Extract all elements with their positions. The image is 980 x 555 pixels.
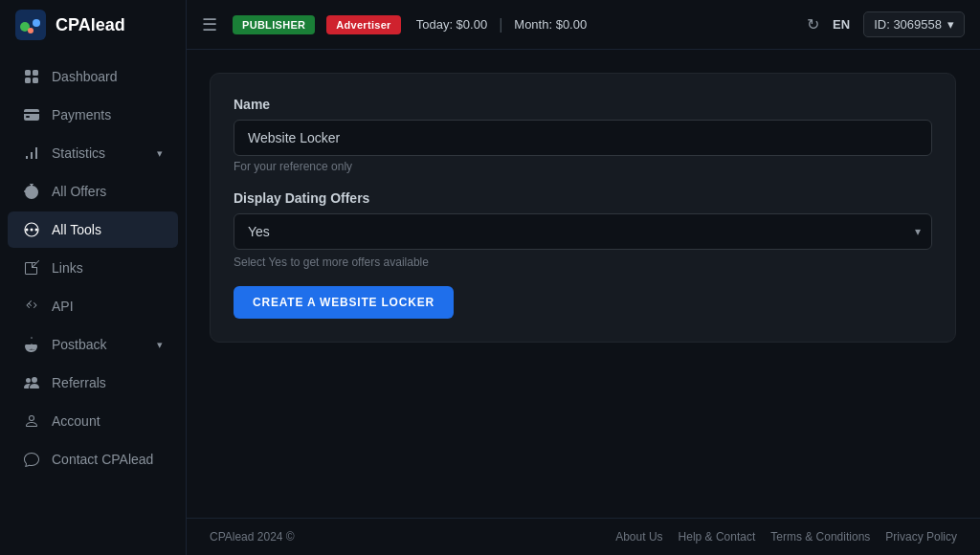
footer-links: About Us Help & Contact Terms & Conditio… [615, 530, 957, 544]
dating-section: Display Dating Offers Yes No ▾ Select Ye… [234, 190, 932, 269]
svg-point-3 [28, 28, 33, 33]
sidebar-item-api-label: API [52, 299, 74, 314]
sidebar-item-payments-label: Payments [52, 107, 111, 122]
hamburger-icon[interactable]: ☰ [202, 14, 217, 35]
sidebar-item-referrals-label: Referrals [52, 375, 106, 390]
contact-icon [23, 451, 40, 468]
svg-rect-0 [15, 10, 46, 40]
app-name: CPAlead [56, 15, 125, 35]
footer-terms[interactable]: Terms & Conditions [770, 530, 870, 544]
sidebar-item-links-label: Links [52, 260, 83, 276]
sidebar-item-postback-label: Postback [52, 337, 107, 352]
website-locker-form: Name For your reference only Display Dat… [210, 73, 956, 343]
svg-point-2 [33, 19, 40, 27]
advertiser-badge[interactable]: Advertiser [326, 15, 400, 34]
dating-label: Display Dating Offers [234, 190, 932, 206]
user-id-label: ID: 3069558 [874, 17, 942, 32]
main-content: ☰ PUBLISHER Advertiser Today: $0.00 | Mo… [187, 0, 980, 555]
page-content: Name For your reference only Display Dat… [187, 50, 980, 518]
sidebar-item-dashboard-label: Dashboard [52, 69, 118, 84]
sidebar-item-all-offers[interactable]: All Offers [8, 173, 178, 210]
sidebar-item-postback[interactable]: Postback ▾ [8, 326, 178, 363]
month-stat: Month: $0.00 [514, 17, 587, 32]
links-icon [23, 259, 40, 277]
user-id-button[interactable]: ID: 3069558 ▾ [863, 11, 965, 37]
user-id-chevron-icon: ▾ [947, 17, 954, 32]
footer-about[interactable]: About Us [615, 530, 662, 544]
referrals-icon [23, 374, 40, 391]
logo[interactable]: CPAlead [0, 0, 186, 50]
sidebar-item-dashboard[interactable]: Dashboard [8, 58, 178, 95]
sidebar-item-all-tools-label: All Tools [52, 222, 101, 237]
sidebar-item-contact-label: Contact CPAlead [52, 452, 153, 467]
statistics-icon [23, 144, 40, 162]
dating-select[interactable]: Yes No [234, 213, 932, 250]
sidebar-item-referrals[interactable]: Referrals [8, 365, 178, 401]
dashboard-icon [23, 68, 40, 85]
footer-copyright: CPAlead 2024 © [210, 530, 295, 544]
refresh-icon[interactable]: ↻ [807, 15, 819, 33]
sidebar-item-account[interactable]: Account [8, 403, 178, 439]
sidebar-item-statistics-label: Statistics [52, 145, 105, 161]
api-icon [23, 298, 40, 315]
name-hint: For your reference only [234, 160, 932, 173]
sidebar-item-statistics[interactable]: Statistics ▾ [8, 135, 178, 171]
payments-icon [23, 106, 40, 123]
postback-chevron-icon: ▾ [157, 339, 163, 351]
footer-privacy[interactable]: Privacy Policy [885, 530, 957, 544]
topbar-stats: Today: $0.00 | Month: $0.00 [416, 16, 588, 33]
sidebar: CPAlead Dashboard Payments [0, 0, 187, 555]
footer: CPAlead 2024 © About Us Help & Contact T… [187, 518, 980, 555]
footer-help[interactable]: Help & Contact [679, 530, 756, 544]
sidebar-item-contact[interactable]: Contact CPAlead [8, 441, 178, 477]
topbar: ☰ PUBLISHER Advertiser Today: $0.00 | Mo… [187, 0, 980, 50]
nav-menu: Dashboard Payments Statistics ▾ [0, 50, 186, 486]
dating-hint: Select Yes to get more offers available [234, 255, 932, 269]
create-locker-button[interactable]: CREATE A WEBSITE LOCKER [234, 286, 454, 319]
stat-divider: | [499, 16, 502, 33]
sidebar-item-payments[interactable]: Payments [8, 97, 178, 133]
all-offers-icon [23, 183, 40, 200]
name-section: Name For your reference only [234, 97, 932, 173]
logo-icon [15, 10, 46, 40]
name-input[interactable] [234, 120, 932, 156]
language-selector[interactable]: EN [833, 17, 850, 32]
today-stat: Today: $0.00 [416, 17, 487, 32]
sidebar-item-links[interactable]: Links [8, 250, 178, 286]
name-label: Name [234, 97, 932, 112]
statistics-chevron-icon: ▾ [157, 147, 163, 160]
account-icon [23, 412, 40, 430]
sidebar-item-api[interactable]: API [8, 288, 178, 324]
sidebar-item-all-offers-label: All Offers [52, 184, 106, 199]
publisher-badge[interactable]: PUBLISHER [233, 15, 315, 34]
sidebar-item-account-label: Account [52, 413, 100, 429]
topbar-right: ↻ EN ID: 3069558 ▾ [807, 11, 965, 37]
dating-select-wrapper: Yes No ▾ [234, 213, 932, 250]
sidebar-item-all-tools[interactable]: All Tools [8, 211, 178, 248]
all-tools-icon [23, 221, 40, 238]
postback-icon [23, 336, 40, 353]
